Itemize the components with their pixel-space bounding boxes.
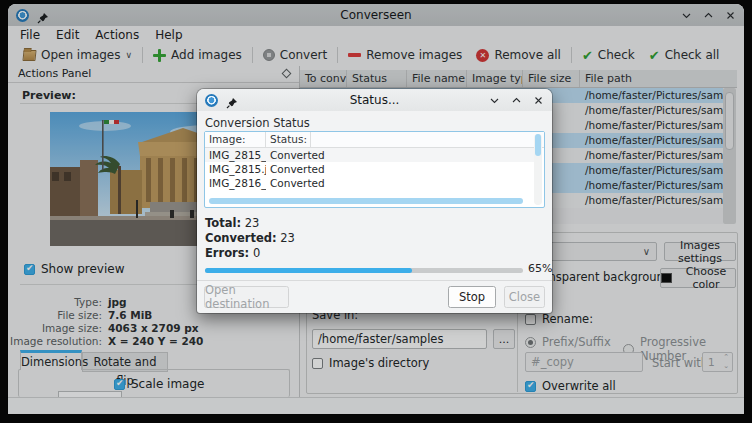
header-image-type[interactable]: Image type bbox=[467, 70, 523, 87]
dialog-horizontal-scrollbar[interactable] bbox=[207, 198, 534, 204]
header-file-path[interactable]: File path bbox=[580, 70, 737, 87]
table-scrollbar[interactable] bbox=[723, 88, 736, 224]
converted-stat: Converted: 23 bbox=[205, 231, 295, 245]
rename-pattern-field[interactable]: #_copy bbox=[525, 352, 643, 372]
start-with-spinner[interactable]: 1 ⌃⌄ bbox=[702, 352, 733, 372]
menu-item[interactable]: Actions bbox=[87, 26, 147, 44]
scale-image-checkbox[interactable]: Scale image bbox=[114, 377, 204, 391]
converseen-app-icon bbox=[16, 9, 29, 22]
close-button[interactable]: Close bbox=[504, 286, 545, 308]
toolbar: Open images Add images Convert Remove im… bbox=[8, 44, 744, 66]
converseen-app-icon bbox=[205, 94, 218, 107]
status-bar bbox=[8, 397, 744, 413]
files-table-header: To convert Status File name Image type F… bbox=[300, 70, 737, 88]
toolbar-separator bbox=[571, 47, 572, 63]
preview-label: Preview: bbox=[22, 89, 76, 102]
minimize-icon[interactable] bbox=[681, 10, 692, 21]
check-all-icon bbox=[649, 49, 660, 62]
dialog-titlebar[interactable]: Status... bbox=[197, 89, 552, 111]
spinner-arrows-icon[interactable]: ⌃⌄ bbox=[723, 353, 729, 371]
check-icon bbox=[582, 49, 593, 62]
toolbar-separator bbox=[142, 47, 143, 63]
progress-bar bbox=[205, 268, 523, 273]
scrollbar-handle[interactable] bbox=[725, 92, 734, 150]
prefix-suffix-radio[interactable]: Prefix/Suffix bbox=[525, 335, 611, 349]
add-images-button[interactable]: Add images bbox=[146, 45, 249, 65]
checkbox-icon bbox=[114, 379, 125, 390]
header-file-size[interactable]: File size bbox=[523, 70, 580, 87]
window-title: Converseen bbox=[8, 8, 744, 22]
errors-stat: Errors: 0 bbox=[205, 246, 260, 260]
header-to-convert[interactable]: To convert bbox=[300, 70, 347, 87]
main-titlebar[interactable]: Converseen bbox=[8, 4, 744, 26]
progress-fill bbox=[205, 268, 412, 273]
conversion-status-title: Conversion Status bbox=[205, 116, 310, 130]
header-status[interactable]: Status bbox=[347, 70, 407, 87]
conversion-table-body: IMG_2815_copy. Converted IMG_2815.jpg Co… bbox=[205, 148, 534, 190]
toolbar-separator bbox=[252, 47, 253, 63]
scrollbar-handle[interactable] bbox=[535, 134, 541, 156]
checkbox-icon bbox=[24, 264, 35, 275]
conversion-row[interactable]: IMG_2815.jpg Converted bbox=[205, 162, 534, 176]
check-all-button[interactable]: Check all bbox=[642, 45, 727, 65]
header-file-name[interactable]: File name bbox=[407, 70, 467, 87]
save-path-field[interactable]: /home/faster/samples bbox=[312, 329, 487, 349]
status-dialog: Status... Conversion Status Image: Statu… bbox=[197, 89, 552, 313]
remove-images-button[interactable]: Remove images bbox=[341, 45, 469, 65]
rename-checkbox[interactable]: Rename: bbox=[525, 312, 593, 326]
chevron-down-icon[interactable] bbox=[126, 50, 133, 60]
stop-button[interactable]: Stop bbox=[448, 286, 496, 308]
show-preview-checkbox[interactable]: Show preview bbox=[24, 262, 125, 276]
maximize-icon[interactable] bbox=[703, 10, 714, 21]
conversion-row[interactable]: IMG_2816_copy. Converted bbox=[205, 176, 534, 190]
minimize-icon[interactable] bbox=[489, 95, 500, 106]
total-stat: Total: 23 bbox=[205, 216, 259, 230]
menu-item[interactable]: File bbox=[12, 26, 48, 44]
overwrite-all-checkbox[interactable]: Overwrite all bbox=[525, 379, 616, 393]
toolbar-separator bbox=[337, 47, 338, 63]
images-settings-button[interactable]: Images settings bbox=[664, 242, 736, 261]
pin-icon bbox=[37, 9, 49, 21]
color-swatch bbox=[661, 273, 672, 283]
images-directory-checkbox[interactable]: Image's directory bbox=[312, 356, 429, 370]
remove-all-icon bbox=[476, 49, 489, 62]
header-status[interactable]: Status: bbox=[266, 132, 311, 148]
chevron-down-icon: ∨ bbox=[643, 246, 650, 257]
actions-panel-header: Actions Panel bbox=[8, 66, 299, 83]
open-folder-icon bbox=[22, 50, 36, 61]
conversion-table: Image: Status: IMG_2815_copy. Converted … bbox=[204, 131, 545, 208]
open-destination-button[interactable]: Open destination bbox=[204, 286, 289, 308]
menu-item[interactable]: Help bbox=[147, 26, 190, 44]
convert-button[interactable]: Convert bbox=[256, 45, 334, 65]
scrollbar-handle[interactable] bbox=[209, 198, 523, 204]
convert-icon bbox=[263, 49, 275, 61]
checkbox-icon bbox=[525, 314, 536, 325]
tab-dimensions[interactable]: Dimensions bbox=[20, 350, 82, 370]
conversion-row[interactable]: IMG_2815_copy. Converted bbox=[205, 148, 534, 162]
progress-percent: 65% bbox=[528, 262, 552, 275]
dialog-vertical-scrollbar[interactable] bbox=[534, 134, 542, 205]
menu-bar: FileEditActionsHelp bbox=[8, 26, 744, 44]
info-row: Image size: 4063 x 2709 px bbox=[8, 322, 300, 335]
radio-icon bbox=[525, 337, 536, 348]
choose-color-button[interactable]: Choose color bbox=[660, 268, 736, 288]
browse-button[interactable]: ... bbox=[493, 329, 515, 349]
checkbox-icon bbox=[312, 358, 323, 369]
close-icon[interactable] bbox=[533, 95, 544, 106]
add-plus-icon bbox=[153, 49, 166, 62]
header-image[interactable]: Image: bbox=[205, 132, 266, 148]
remove-minus-icon bbox=[348, 53, 361, 57]
check-button[interactable]: Check bbox=[575, 45, 642, 65]
maximize-icon[interactable] bbox=[511, 95, 522, 106]
close-icon[interactable] bbox=[725, 10, 736, 21]
open-images-button[interactable]: Open images bbox=[16, 45, 139, 65]
pin-icon bbox=[226, 94, 238, 106]
menu-item[interactable]: Edit bbox=[48, 26, 87, 44]
checkbox-icon bbox=[525, 381, 536, 392]
info-row: Image resolution: X = 240 Y = 240 bbox=[8, 335, 300, 348]
remove-all-button[interactable]: Remove all bbox=[469, 45, 568, 65]
dock-float-icon[interactable] bbox=[282, 69, 292, 79]
